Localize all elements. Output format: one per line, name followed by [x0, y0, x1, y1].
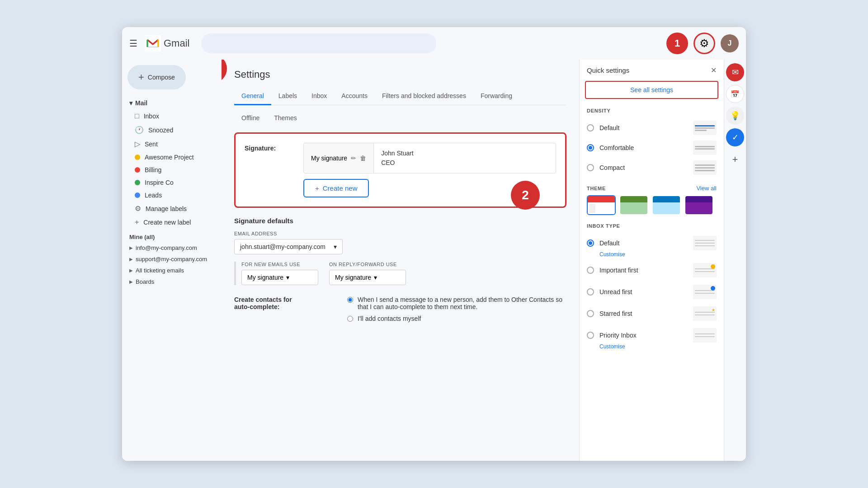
- mail-chevron-icon: ▾: [129, 99, 132, 107]
- inbox-important-label: Important first: [599, 267, 638, 274]
- dp-k-line2: [695, 167, 715, 169]
- sidebar-item-snoozed[interactable]: 🕐 Snoozed: [122, 123, 216, 137]
- sidebar-email-support-label: support@my-company.com: [136, 256, 207, 263]
- sidebar-item-inbox[interactable]: □ Inbox: [122, 109, 216, 123]
- subtab-offline[interactable]: Offline: [234, 111, 267, 125]
- dp-k-line1: [695, 164, 715, 166]
- theme-nature2[interactable]: [652, 195, 681, 215]
- inbox-options: Default Customise Important first: [580, 230, 724, 353]
- view-all-link[interactable]: View all: [696, 185, 717, 192]
- inbox-option-important[interactable]: Important first: [587, 259, 717, 281]
- theme-gmail[interactable]: [587, 195, 616, 215]
- check-icon-btn[interactable]: ✓: [726, 128, 744, 146]
- sidebar-inbox-label: Inbox: [144, 113, 159, 120]
- inbox-important-preview: [693, 263, 717, 277]
- tab-labels[interactable]: Labels: [271, 88, 304, 105]
- settings-title: Settings: [234, 69, 566, 80]
- gmail-m-icon: [145, 35, 161, 52]
- inbox-option-starred[interactable]: Starred first ★: [587, 303, 717, 324]
- inbox-priority-sublabel[interactable]: Customise: [587, 343, 717, 352]
- inbox-default-sublabel[interactable]: Customise: [587, 251, 717, 259]
- tab-filters[interactable]: Filters and blocked addresses: [375, 88, 473, 105]
- inbox-unread-badge: [711, 286, 715, 291]
- theme-nature1[interactable]: [619, 195, 648, 215]
- sidebar-item-sent[interactable]: ▷ Sent: [122, 137, 216, 151]
- ip-d-line1: [695, 240, 715, 241]
- on-reply-chevron: ▾: [374, 274, 377, 281]
- sidebar-email-boards[interactable]: ▶ Boards: [122, 276, 222, 287]
- email-select-chevron: ▾: [334, 243, 337, 250]
- contacts-option2-text: I'll add contacts myself: [358, 315, 421, 322]
- inbox-priority-radio: [587, 332, 594, 339]
- signature-item: My signature ✏ 🗑 John Stuart CEO: [303, 143, 556, 174]
- inbox-option-priority[interactable]: Priority Inbox: [587, 324, 717, 346]
- sidebar-email-ticketing[interactable]: ▶ All ticketing emails: [122, 265, 222, 276]
- inbox-default-label: Default: [599, 239, 619, 247]
- theme-dark[interactable]: [684, 195, 713, 215]
- dp-k-line3: [695, 170, 715, 171]
- see-all-settings-button[interactable]: See all settings: [585, 81, 718, 99]
- inbox-option-unread[interactable]: Unread first: [587, 281, 717, 303]
- quick-settings-panel: Quick settings ✕ See all settings DENSIT…: [579, 60, 724, 461]
- sidebar-email-info-label: info@my-company.com: [136, 244, 197, 251]
- signature-edit-icon[interactable]: ✏: [351, 155, 356, 162]
- on-reply-select[interactable]: My signature ▾: [329, 270, 406, 285]
- contacts-radio1[interactable]: [347, 297, 353, 303]
- sidebar-leads-label: Leads: [145, 192, 162, 199]
- sidebar-item-create-new-label[interactable]: + Create new label: [122, 216, 216, 229]
- manage-labels-icon: ⚙: [135, 204, 141, 213]
- sidebar-item-billing[interactable]: Billing: [122, 164, 216, 176]
- hamburger-icon[interactable]: ☰: [129, 38, 137, 49]
- step3-badge: 3: [222, 60, 227, 83]
- theme-header: THEME View all: [580, 180, 724, 193]
- compose-button[interactable]: + Compose: [127, 65, 186, 89]
- user-avatar[interactable]: J: [721, 34, 739, 52]
- bulb-icon-btn[interactable]: 💡: [726, 107, 744, 125]
- sidebar-mail-header[interactable]: ▾ Mail: [122, 97, 222, 109]
- contacts-radio2[interactable]: [347, 316, 353, 322]
- signature-delete-icon[interactable]: 🗑: [360, 155, 366, 162]
- ip-p-line1: [695, 333, 715, 334]
- sidebar-item-manage-labels[interactable]: ⚙ Manage labels: [122, 202, 216, 216]
- search-bar[interactable]: [201, 33, 436, 53]
- for-new-select[interactable]: My signature ▾: [241, 270, 318, 285]
- density-compact-radio: [587, 164, 594, 171]
- signature-line1: John Stuart: [381, 149, 548, 158]
- density-option-compact[interactable]: Compact: [587, 158, 717, 178]
- inbox-icon: □: [135, 112, 139, 120]
- inbox-option-default[interactable]: Default: [587, 232, 717, 254]
- tab-inbox[interactable]: Inbox: [304, 88, 334, 105]
- ip-u-line2: [695, 293, 715, 294]
- quick-settings-close[interactable]: ✕: [711, 66, 717, 75]
- theme-label: THEME: [587, 186, 606, 191]
- theme-gmail-sidebar: [589, 204, 595, 213]
- inbox-important-badge: [711, 264, 715, 269]
- add-icon[interactable]: +: [732, 154, 738, 165]
- tab-accounts[interactable]: Accounts: [334, 88, 375, 105]
- sidebar-item-inspire-co[interactable]: Inspire Co: [122, 176, 216, 189]
- subtab-themes[interactable]: Themes: [267, 111, 304, 125]
- signature-name: My signature: [311, 155, 347, 162]
- signature-name-col: My signature ✏ 🗑: [304, 143, 374, 173]
- tab-general[interactable]: General: [234, 88, 271, 105]
- density-option-comfortable[interactable]: Comfortable: [587, 138, 717, 158]
- calendar-icon-btn[interactable]: 📅: [726, 85, 744, 103]
- sidebar-email-support[interactable]: ▶ support@my-company.com: [122, 253, 222, 265]
- settings-icon-button[interactable]: ⚙: [693, 33, 715, 54]
- email-address-select[interactable]: john.stuart@my-company.com ▾: [234, 239, 343, 254]
- tab-forwarding[interactable]: Forwarding: [473, 88, 519, 105]
- theme-gmail-top: [588, 196, 615, 202]
- snoozed-icon: 🕐: [135, 126, 144, 134]
- mail-icon-btn[interactable]: ✉: [726, 63, 744, 81]
- create-new-plus-icon: +: [315, 184, 319, 192]
- create-new-label: Create new: [323, 184, 358, 192]
- theme-dark-top: [685, 196, 712, 202]
- sidebar-item-awesome-project[interactable]: Awesome Project: [122, 151, 216, 164]
- sidebar-item-leads[interactable]: Leads: [122, 189, 216, 202]
- sidebar-email-info[interactable]: ▶ info@my-company.com: [122, 242, 222, 253]
- signature-use-row: FOR NEW EMAILS USE My signature ▾ ON REP…: [234, 262, 566, 285]
- create-new-button[interactable]: + Create new: [303, 179, 369, 197]
- inbox-starred-preview: ★: [693, 306, 717, 321]
- ip-p-line2: [695, 336, 715, 337]
- density-option-default[interactable]: Default: [587, 118, 717, 138]
